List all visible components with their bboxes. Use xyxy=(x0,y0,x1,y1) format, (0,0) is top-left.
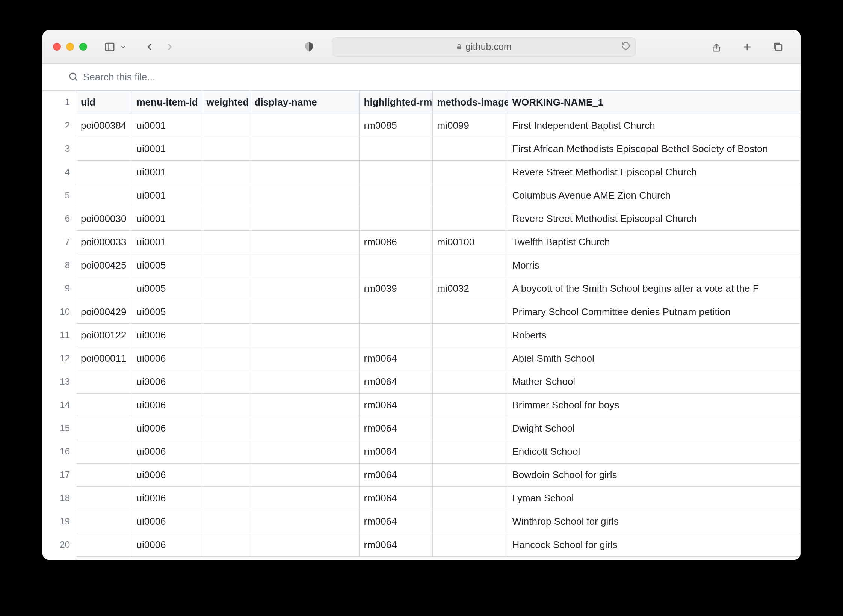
table-cell[interactable]: rm0086 xyxy=(359,231,432,254)
table-cell[interactable] xyxy=(202,277,250,300)
table-cell[interactable]: poi000429 xyxy=(76,300,132,324)
table-cell[interactable] xyxy=(432,207,508,231)
line-number[interactable]: 16 xyxy=(42,440,76,463)
table-cell[interactable]: Endicott School xyxy=(508,440,801,464)
table-cell[interactable] xyxy=(250,277,359,300)
table-cell[interactable] xyxy=(202,510,250,533)
table-cell[interactable]: ui0006 xyxy=(132,347,202,370)
line-number[interactable]: 20 xyxy=(42,533,76,556)
table-cell[interactable]: rm0064 xyxy=(359,394,432,417)
table-cell[interactable]: Hancock School for girls xyxy=(508,533,801,557)
table-cell[interactable]: ui0006 xyxy=(132,487,202,510)
table-cell[interactable]: ui0001 xyxy=(132,161,202,184)
table-cell[interactable] xyxy=(359,184,432,207)
table-cell[interactable] xyxy=(202,254,250,277)
new-tab-button[interactable] xyxy=(739,39,755,55)
table-cell[interactable]: ui0001 xyxy=(132,207,202,231)
table-cell[interactable] xyxy=(432,254,508,277)
table-cell[interactable]: Roberts xyxy=(508,324,801,347)
table-cell[interactable]: rm0064 xyxy=(359,533,432,557)
table-cell[interactable] xyxy=(202,207,250,231)
table-cell[interactable]: poi000425 xyxy=(76,254,132,277)
table-cell[interactable] xyxy=(250,417,359,440)
table-cell[interactable] xyxy=(359,161,432,184)
table-cell[interactable]: rm0064 xyxy=(359,487,432,510)
table-cell[interactable] xyxy=(432,440,508,464)
table-cell[interactable]: mi0032 xyxy=(432,277,508,300)
table-cell[interactable] xyxy=(202,370,250,394)
line-number[interactable]: 9 xyxy=(42,277,76,300)
table-cell[interactable] xyxy=(202,417,250,440)
table-cell[interactable]: mi00100 xyxy=(432,231,508,254)
table-cell[interactable] xyxy=(432,417,508,440)
table-cell[interactable]: Abiel Smith School xyxy=(508,347,801,370)
table-cell[interactable] xyxy=(202,137,250,161)
table-cell[interactable]: ui0006 xyxy=(132,417,202,440)
table-cell[interactable] xyxy=(250,464,359,487)
table-cell[interactable] xyxy=(202,324,250,347)
sidebar-toggle-button[interactable] xyxy=(101,39,118,55)
column-header[interactable]: WORKING-NAME_1 xyxy=(508,91,801,114)
column-header[interactable]: highlighted-rm xyxy=(359,91,432,114)
table-cell[interactable] xyxy=(432,300,508,324)
table-cell[interactable] xyxy=(76,510,132,533)
table-cell[interactable] xyxy=(76,184,132,207)
table-cell[interactable] xyxy=(250,440,359,464)
line-number[interactable]: 18 xyxy=(42,486,76,510)
table-cell[interactable] xyxy=(76,137,132,161)
column-header[interactable]: weighted xyxy=(202,91,250,114)
table-cell[interactable] xyxy=(202,464,250,487)
table-cell[interactable] xyxy=(250,207,359,231)
table-cell[interactable] xyxy=(359,137,432,161)
table-cell[interactable] xyxy=(202,440,250,464)
table-cell[interactable]: rm0064 xyxy=(359,417,432,440)
table-cell[interactable] xyxy=(432,394,508,417)
table-cell[interactable]: Winthrop School for girls xyxy=(508,510,801,533)
table-cell[interactable]: ui0006 xyxy=(132,440,202,464)
table-cell[interactable]: Morris xyxy=(508,254,801,277)
table-cell[interactable] xyxy=(76,370,132,394)
table-cell[interactable]: poi000122 xyxy=(76,324,132,347)
table-cell[interactable] xyxy=(250,324,359,347)
table-cell[interactable]: Revere Street Methodist Episcopal Church xyxy=(508,161,801,184)
table-cell[interactable]: A boycott of the Smith School begins aft… xyxy=(508,277,801,300)
table-cell[interactable] xyxy=(432,161,508,184)
reload-button[interactable] xyxy=(621,41,630,53)
table-cell[interactable] xyxy=(250,114,359,137)
table-cell[interactable] xyxy=(202,184,250,207)
table-cell[interactable] xyxy=(432,137,508,161)
table-cell[interactable]: ui0001 xyxy=(132,184,202,207)
table-cell[interactable]: rm0064 xyxy=(359,510,432,533)
line-number[interactable]: 12 xyxy=(42,347,76,370)
table-cell[interactable] xyxy=(250,137,359,161)
table-cell[interactable]: First Independent Baptist Church xyxy=(508,114,801,137)
table-cell[interactable]: ui0005 xyxy=(132,277,202,300)
table-cell[interactable] xyxy=(202,231,250,254)
table-cell[interactable]: ui0001 xyxy=(132,114,202,137)
table-cell[interactable] xyxy=(202,114,250,137)
table-cell[interactable] xyxy=(250,487,359,510)
table-cell[interactable] xyxy=(250,254,359,277)
table-cell[interactable]: First African Methodists Episcopal Bethe… xyxy=(508,137,801,161)
table-cell[interactable] xyxy=(202,533,250,557)
table-cell[interactable] xyxy=(202,161,250,184)
table-cell[interactable]: poi000033 xyxy=(76,231,132,254)
fullscreen-window-button[interactable] xyxy=(79,43,87,51)
line-number[interactable]: 6 xyxy=(42,207,76,230)
table-cell[interactable] xyxy=(250,161,359,184)
share-button[interactable] xyxy=(708,39,725,55)
table-cell[interactable] xyxy=(359,300,432,324)
table-cell[interactable] xyxy=(76,440,132,464)
table-cell[interactable] xyxy=(76,394,132,417)
line-number[interactable]: 7 xyxy=(42,230,76,254)
table-cell[interactable] xyxy=(250,394,359,417)
minimize-window-button[interactable] xyxy=(66,43,74,51)
table-cell[interactable] xyxy=(76,464,132,487)
table-cell[interactable] xyxy=(250,231,359,254)
column-header[interactable]: menu-item-id xyxy=(132,91,202,114)
table-cell[interactable]: ui0006 xyxy=(132,324,202,347)
table-cell[interactable] xyxy=(359,324,432,347)
table-cell[interactable]: Dwight School xyxy=(508,417,801,440)
table-cell[interactable]: ui0006 xyxy=(132,533,202,557)
table-cell[interactable] xyxy=(250,184,359,207)
